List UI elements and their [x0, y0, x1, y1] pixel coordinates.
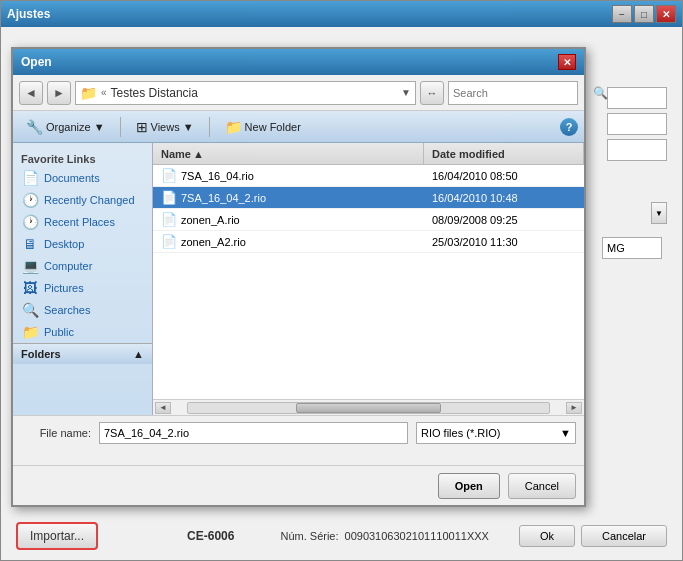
sidebar-item-pictures[interactable]: 🖼 Pictures	[13, 277, 152, 299]
action-buttons: Open Cancel	[13, 465, 584, 505]
file-icon: 📄	[161, 234, 177, 249]
location-text: Testes Distancia	[111, 86, 398, 100]
folders-label: Folders	[21, 348, 61, 360]
nav-bar: ◄ ► 📁 « Testes Distancia ▼ ↔ 🔍	[13, 75, 584, 111]
sidebar-item-recent-places[interactable]: 🕐 Recent Places	[13, 211, 152, 233]
outer-titlebar-controls: − □ ✕	[612, 5, 676, 23]
outer-bottom-bar: Importar... CE-6006 Núm. Série: 00903106…	[1, 522, 682, 550]
right-input-3[interactable]	[607, 139, 667, 161]
search-box[interactable]: 🔍	[448, 81, 578, 105]
file-icon: 📄	[161, 168, 177, 183]
column-header-name[interactable]: Name ▲	[153, 143, 424, 164]
filetype-label: RIO files (*.RIO)	[421, 427, 500, 439]
searches-icon: 🔍	[21, 302, 39, 318]
filetype-dropdown[interactable]: RIO files (*.RIO) ▼	[416, 422, 576, 444]
table-row[interactable]: 📄 zonen_A.rio 08/09/2008 09:25	[153, 209, 584, 231]
date-col-label: Date modified	[432, 148, 505, 160]
organize-button[interactable]: 🔧 Organize ▼	[19, 115, 112, 139]
filetype-arrow: ▼	[560, 427, 571, 439]
sidebar-item-desktop[interactable]: 🖥 Desktop	[13, 233, 152, 255]
outer-cancel-button[interactable]: Cancelar	[581, 525, 667, 547]
new-folder-icon: 📁	[225, 119, 242, 135]
file-list: 📄 7SA_16_04.rio 16/04/2010 08:50 📄 7SA_1…	[153, 165, 584, 399]
right-dropdown-arrow[interactable]: ▼	[651, 202, 667, 224]
column-header-date[interactable]: Date modified	[424, 143, 584, 164]
outer-content: ▼ MG Open ✕ ◄ ► 📁 « Testes Distancia ▼ ↔	[1, 27, 682, 560]
file-name: 7SA_16_04.rio	[181, 170, 254, 182]
table-row[interactable]: 📄 zonen_A2.rio 25/03/2010 11:30	[153, 231, 584, 253]
sidebar-item-computer[interactable]: 💻 Computer	[13, 255, 152, 277]
filename-label: File name:	[21, 427, 91, 439]
scroll-track[interactable]	[187, 402, 550, 414]
name-col-sort-icon: ▲	[193, 148, 204, 160]
right-side-controls	[607, 87, 667, 161]
filename-row: File name: RIO files (*.RIO) ▼	[21, 422, 576, 444]
file-name-cell: 📄 7SA_16_04_2.rio	[153, 188, 424, 207]
outer-window-title: Ajustes	[7, 7, 50, 21]
forward-button[interactable]: ►	[47, 81, 71, 105]
open-dialog: Open ✕ ◄ ► 📁 « Testes Distancia ▼ ↔ 🔍	[11, 47, 586, 507]
help-button[interactable]: ?	[560, 118, 578, 136]
serial-value: 00903106302101110011XXX	[345, 530, 489, 542]
open-button[interactable]: Open	[438, 473, 500, 499]
bottom-area: File name: RIO files (*.RIO) ▼	[13, 415, 584, 465]
new-folder-button[interactable]: 📁 New Folder	[218, 115, 308, 139]
toolbar-separator-1	[120, 117, 121, 137]
refresh-button[interactable]: ↔	[420, 81, 444, 105]
file-date-cell: 08/09/2008 09:25	[424, 212, 584, 228]
main-area: Favorite Links 📄 Documents 🕐 Recently Ch…	[13, 143, 584, 415]
importar-button[interactable]: Importar...	[16, 522, 98, 550]
organize-dropdown-icon: ▼	[94, 121, 105, 133]
dialog-title: Open	[21, 55, 52, 69]
table-row[interactable]: 📄 7SA_16_04.rio 16/04/2010 08:50	[153, 165, 584, 187]
location-bar[interactable]: 📁 « Testes Distancia ▼	[75, 81, 416, 105]
scroll-right-arrow[interactable]: ►	[566, 402, 582, 414]
views-button[interactable]: ⊞ Views ▼	[129, 115, 201, 139]
minimize-button[interactable]: −	[612, 5, 632, 23]
search-input[interactable]	[453, 87, 591, 99]
filename-input[interactable]	[99, 422, 408, 444]
toolbar-separator-2	[209, 117, 210, 137]
folders-toggle-icon: ▲	[133, 348, 144, 360]
dialog-close-button[interactable]: ✕	[558, 54, 576, 70]
back-button[interactable]: ◄	[19, 81, 43, 105]
location-folder-icon: 📁	[80, 85, 97, 101]
pictures-icon: 🖼	[21, 280, 39, 296]
mg-field: MG	[602, 237, 662, 259]
scroll-thumb[interactable]	[296, 403, 440, 413]
file-list-header: Name ▲ Date modified	[153, 143, 584, 165]
close-button[interactable]: ✕	[656, 5, 676, 23]
recent-places-icon: 🕐	[21, 214, 39, 230]
right-input-2[interactable]	[607, 113, 667, 135]
cancel-button[interactable]: Cancel	[508, 473, 576, 499]
maximize-button[interactable]: □	[634, 5, 654, 23]
sidebar-item-documents[interactable]: 📄 Documents	[13, 167, 152, 189]
views-label: Views	[151, 121, 180, 133]
file-name: zonen_A.rio	[181, 214, 240, 226]
sidebar-item-recently-changed[interactable]: 🕐 Recently Changed	[13, 189, 152, 211]
sidebar-item-searches[interactable]: 🔍 Searches	[13, 299, 152, 321]
right-input-1[interactable]	[607, 87, 667, 109]
sidebar-item-label-public: Public	[44, 326, 74, 338]
file-date-cell: 16/04/2010 10:48	[424, 190, 584, 206]
file-name-cell: 📄 7SA_16_04.rio	[153, 166, 424, 185]
file-icon: 📄	[161, 190, 177, 205]
new-folder-label: New Folder	[245, 121, 301, 133]
folders-bar[interactable]: Folders ▲	[13, 343, 152, 364]
horizontal-scrollbar[interactable]: ◄ ►	[153, 399, 584, 415]
file-icon: 📄	[161, 212, 177, 227]
sidebar-section-title: Favorite Links	[13, 149, 152, 167]
location-dropdown-arrow[interactable]: ▼	[401, 87, 411, 98]
scroll-left-arrow[interactable]: ◄	[155, 402, 171, 414]
file-name-cell: 📄 zonen_A2.rio	[153, 232, 424, 251]
sidebar-item-label-desktop: Desktop	[44, 238, 84, 250]
sidebar-item-public[interactable]: 📁 Public	[13, 321, 152, 343]
views-icon: ⊞	[136, 119, 148, 135]
outer-ok-button[interactable]: Ok	[519, 525, 575, 547]
breadcrumb-arrows: «	[101, 87, 107, 98]
recently-changed-icon: 🕐	[21, 192, 39, 208]
table-row[interactable]: 📄 7SA_16_04_2.rio 16/04/2010 10:48	[153, 187, 584, 209]
sidebar: Favorite Links 📄 Documents 🕐 Recently Ch…	[13, 143, 153, 415]
outer-window: Ajustes − □ ✕ ▼ MG Open ✕ ◄ ►	[0, 0, 683, 561]
serial-row: CE-6006 Núm. Série: 00903106302101110011…	[187, 529, 489, 543]
